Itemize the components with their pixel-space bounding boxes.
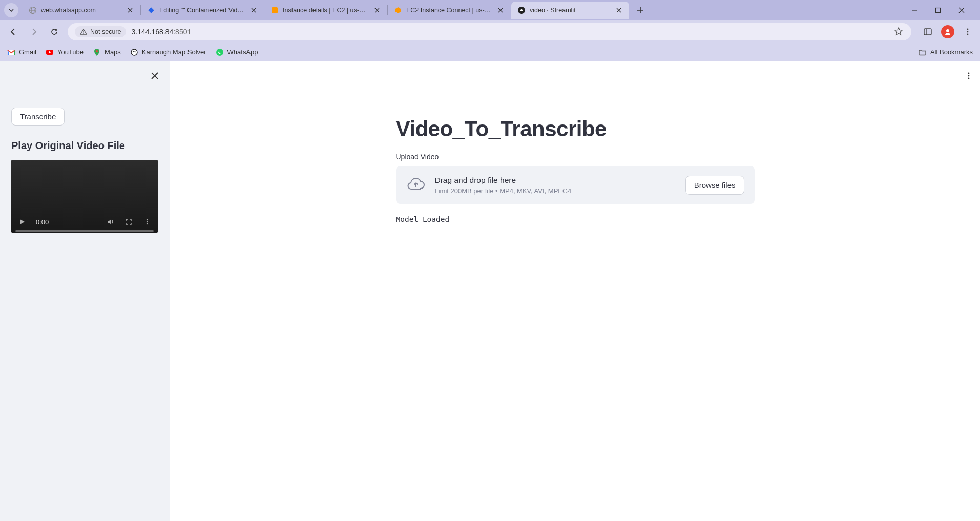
fullscreen-icon[interactable] [124,217,133,226]
url-input[interactable]: Not secure 3.144.168.84:8501 [68,23,911,40]
cloud-upload-icon [406,175,426,195]
svg-point-25 [968,75,970,77]
bookmark-youtube[interactable]: YouTube [46,48,84,56]
bookmark-whatsapp[interactable]: WhatsApp [216,48,258,56]
extension-area [922,25,974,38]
tab-streamlit[interactable]: video · Streamlit [511,2,629,19]
file-uploader[interactable]: Drag and drop file here Limit 200MB per … [396,166,755,204]
tab-title: EC2 Instance Connect | us-east [406,7,492,14]
svg-point-18 [96,50,98,52]
volume-icon[interactable] [106,217,115,226]
close-icon[interactable] [373,6,381,14]
bookmark-maps[interactable]: Maps [93,48,121,56]
svg-point-22 [147,221,148,222]
url-host: 3.144.168.84 [131,28,173,36]
bookmark-label: Maps [105,48,121,56]
tab-whatsapp[interactable]: web.whatsapp.com [23,2,140,19]
app-menu-icon[interactable] [962,69,976,83]
bookmark-label: YouTube [57,48,84,56]
bookmark-label: WhatsApp [227,48,258,56]
svg-point-20 [216,49,223,56]
maximize-button[interactable] [931,3,945,17]
tab-title: video · Streamlit [530,7,611,14]
new-tab-button[interactable] [633,3,648,17]
tab-strip: web.whatsapp.com Editing "" Containerize… [0,0,980,20]
sidebar-close-button[interactable] [148,69,162,83]
diamond-icon [147,6,155,14]
profile-avatar[interactable] [941,25,954,38]
bookmark-kmap[interactable]: Karnaugh Map Solver [130,48,206,56]
svg-rect-3 [148,7,154,13]
svg-rect-4 [272,7,278,13]
browse-files-button[interactable]: Browse files [685,176,744,195]
whatsapp-icon [216,48,224,56]
video-controls: 0:00 [11,211,158,233]
globe-icon [29,6,37,14]
window-controls [907,3,976,17]
svg-point-13 [967,29,969,30]
tab-title: web.whatsapp.com [41,7,122,14]
browser-menu-icon[interactable] [962,26,974,38]
tab-search-dropdown[interactable] [4,3,18,17]
video-progress-bar[interactable] [15,230,154,232]
browser-chrome: web.whatsapp.com Editing "" Containerize… [0,0,980,61]
bookmark-label: Karnaugh Map Solver [142,48,206,56]
svg-point-12 [946,29,949,32]
all-bookmarks-button[interactable]: All Bookmarks [919,48,973,56]
reload-button[interactable] [47,25,61,39]
minimize-button[interactable] [907,3,922,17]
close-window-button[interactable] [954,3,969,17]
drag-drop-text: Drag and drop file here [435,176,676,185]
not-secure-label: Not secure [90,28,121,35]
limit-text: Limit 200MB per file • MP4, MKV, AVI, MP… [435,187,676,195]
streamlit-icon [517,6,526,14]
video-menu-icon[interactable] [142,217,152,226]
bookmark-divider [902,48,902,57]
url-port: :8501 [173,28,191,36]
aws-cube-icon [394,6,402,14]
folder-icon [919,48,927,56]
uploader-text: Drag and drop file here Limit 200MB per … [435,176,676,195]
main-content: Video_To_Transcribe Upload Video Drag an… [170,61,980,521]
side-panel-icon[interactable] [922,26,934,38]
sidebar: Transcribe Play Original Video File 0:00 [0,61,170,521]
content-column: Video_To_Transcribe Upload Video Drag an… [396,61,755,223]
page-title: Video_To_Transcribe [396,117,755,141]
bookmark-gmail[interactable]: Gmail [7,48,36,56]
video-time: 0:00 [36,218,49,226]
all-bookmarks-label: All Bookmarks [930,48,973,56]
bookmark-label: Gmail [19,48,36,56]
back-button[interactable] [6,25,20,39]
forward-button[interactable] [27,25,41,39]
upload-label: Upload Video [396,153,755,161]
tab-ec2-details[interactable]: Instance details | EC2 | us-east- [264,2,387,19]
play-icon[interactable] [17,217,27,226]
maps-icon [93,48,101,56]
url-text: 3.144.168.84:8501 [131,28,191,36]
status-text: Model Loaded [396,215,755,223]
close-icon[interactable] [496,6,505,14]
youtube-icon [46,48,54,56]
streamlit-app: Transcribe Play Original Video File 0:00 [0,61,980,521]
close-icon[interactable] [249,6,258,14]
svg-point-15 [967,34,969,35]
bookmark-star-icon[interactable] [894,27,904,37]
aws-icon [270,6,279,14]
tab-ec2-connect[interactable]: EC2 Instance Connect | us-east [388,2,511,19]
close-icon[interactable] [126,6,134,14]
transcribe-button[interactable]: Transcribe [11,108,65,126]
svg-point-19 [131,49,137,55]
tab-title: Instance details | EC2 | us-east- [283,7,369,14]
video-player[interactable]: 0:00 [11,160,158,233]
security-indicator[interactable]: Not secure [75,26,126,37]
close-icon[interactable] [615,6,623,14]
svg-rect-10 [924,29,931,35]
warning-icon [80,28,87,35]
svg-point-23 [147,223,148,224]
video-heading: Play Original Video File [11,140,159,152]
svg-point-24 [968,73,970,74]
tab-editing[interactable]: Editing "" Containerized Video t [141,2,264,19]
bookmarks-bar: Gmail YouTube Maps Karnaugh Map Solver W… [0,43,980,61]
svg-rect-7 [936,8,941,13]
svg-point-14 [967,31,969,33]
